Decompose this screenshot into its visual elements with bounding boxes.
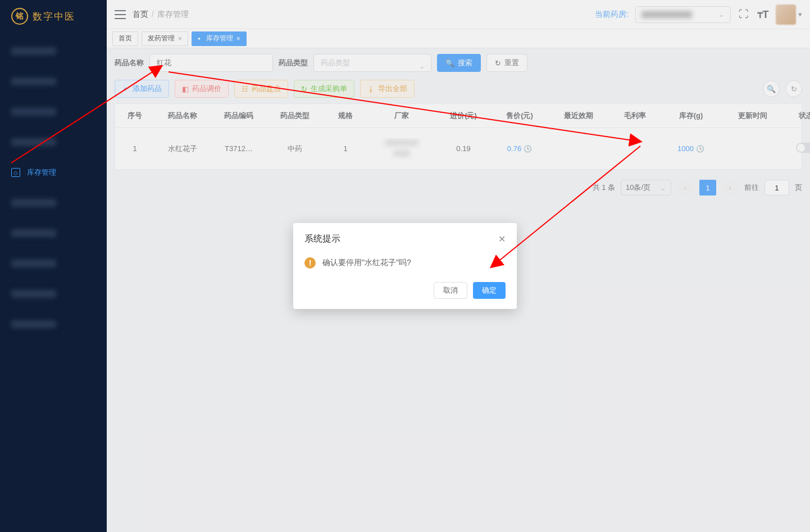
modal-close-button[interactable]: ✕: [498, 234, 506, 244]
modal-message: 确认要停用"水红花子"吗?: [322, 258, 411, 268]
modal-title: 系统提示: [304, 233, 340, 245]
modal-cancel-button[interactable]: 取消: [434, 282, 467, 299]
confirm-modal: 系统提示 ✕ ! 确认要停用"水红花子"吗? 取消 确定: [293, 223, 517, 309]
modal-mask: 系统提示 ✕ ! 确认要停用"水红花子"吗? 取消 确定: [0, 0, 810, 532]
warning-icon: !: [304, 257, 316, 269]
modal-ok-button[interactable]: 确定: [473, 282, 506, 299]
